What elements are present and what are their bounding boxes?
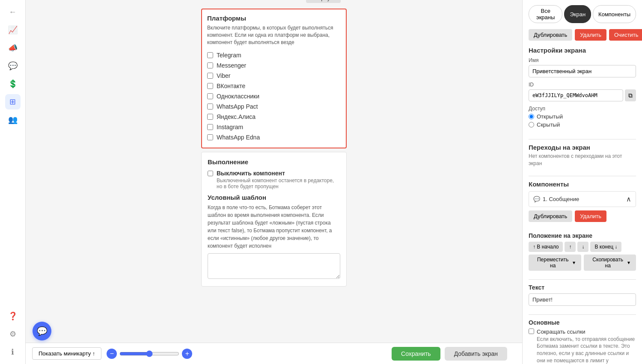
chevron-up-icon[interactable]: ∧	[626, 195, 631, 203]
pos-up-button[interactable]: ↑	[565, 242, 576, 252]
save-button[interactable]: Сохранить	[392, 347, 440, 361]
execution-title: Выполнение	[208, 158, 340, 166]
shorten-links-label: Сокращать ссылки	[537, 328, 636, 335]
platform-telegram-label: Telegram	[217, 52, 241, 59]
zoom-out-button[interactable]: −	[107, 349, 117, 359]
pos-down-button[interactable]: ↓	[577, 242, 588, 252]
delete-component-button[interactable]: Удалить	[575, 210, 606, 222]
megaphone-icon[interactable]: 📣	[5, 40, 21, 56]
platform-viber: Viber	[207, 71, 341, 81]
copy-chevron-icon: ▾	[627, 260, 630, 266]
bottom-actions: Сохранить Добавить экран	[392, 347, 516, 361]
clear-screen-button[interactable]: Очистить	[609, 29, 642, 41]
access-options: Открытый Скрытый	[529, 113, 636, 130]
move-to-label: Переместить на	[535, 257, 571, 269]
platform-odnoklassniki-checkbox[interactable]	[207, 93, 213, 99]
access-open: Открытый	[529, 113, 636, 120]
divider-2	[529, 176, 636, 176]
platform-telegram-checkbox[interactable]	[207, 52, 213, 58]
duplicate-screen-button[interactable]: Дублировать	[529, 29, 572, 41]
conditional-title: Условный шаблон	[208, 194, 340, 201]
disable-component-item: Выключить компонент Выключенный компонен…	[208, 170, 340, 189]
screen-name-input[interactable]	[529, 65, 636, 77]
id-label: ID	[529, 82, 636, 88]
add-screen-button[interactable]: Добавить экран	[445, 347, 507, 361]
transitions-desc: Нет компонентов с переходами на этот экр…	[529, 153, 636, 167]
move-to-button[interactable]: Переместить на ▾	[529, 255, 581, 271]
platform-odnoklassniki: Одноклассники	[207, 91, 341, 101]
zoom-slider[interactable]	[119, 350, 179, 357]
conditional-textarea[interactable]	[208, 253, 340, 279]
platform-instagram-checkbox[interactable]	[207, 124, 213, 130]
platform-yandex-alisa: Яндекс.Алиса	[207, 112, 341, 122]
chat-icon[interactable]: 💬	[5, 58, 21, 74]
position-buttons: ↑ В начало ↑ ↓ В конец ↓	[529, 242, 636, 252]
platform-vkontakte-checkbox[interactable]	[207, 83, 213, 89]
position-title: Положение на экране	[529, 232, 636, 239]
component-left: 💬 1. Сообщение	[533, 196, 579, 202]
tab-all-screens[interactable]: Все экраны	[529, 5, 562, 23]
main-content: Свернуть Платформы Включите платформы, в…	[26, 0, 522, 364]
settings-icon[interactable]: ⚙	[5, 326, 21, 342]
platform-messenger-label: Messenger	[217, 62, 246, 69]
platform-yandex-alisa-checkbox[interactable]	[207, 114, 213, 120]
platform-whatsapp-edna-checkbox[interactable]	[207, 134, 213, 140]
divider-1	[529, 139, 636, 139]
shorten-links-checkbox[interactable]	[529, 328, 534, 334]
disable-component-label: Выключить компонент	[217, 170, 285, 177]
canvas-area: Свернуть Платформы Включите платформы, в…	[26, 0, 522, 343]
component-item: 💬 1. Сообщение ∧	[529, 191, 636, 207]
access-hidden-radio[interactable]	[529, 122, 534, 127]
components-title: Компоненты	[529, 181, 636, 188]
pos-to-top-button[interactable]: ↑ В начало	[529, 242, 563, 252]
duplicate-component-button[interactable]: Дублировать	[529, 210, 572, 222]
platforms-description: Включите платформы, в которых будет выпо…	[207, 24, 341, 46]
screen-id-input[interactable]	[529, 89, 623, 101]
id-row: ⧉	[529, 89, 636, 101]
component-name: 1. Сообщение	[543, 196, 579, 202]
right-sidebar-tabs: Все экраны Экран Компоненты	[529, 5, 636, 23]
zoom-control: − +	[107, 349, 192, 359]
back-icon[interactable]: ←	[5, 4, 21, 20]
divider-4	[529, 314, 636, 315]
show-minimap-button[interactable]: Показать миникарту ↑	[32, 347, 101, 360]
tab-components[interactable]: Компоненты	[593, 5, 636, 23]
access-hidden-label: Скрытый	[537, 121, 560, 128]
copy-to-button[interactable]: Скопировать на ▾	[584, 255, 636, 271]
platform-messenger: Messenger	[207, 60, 341, 71]
users-icon[interactable]: 👥	[5, 112, 21, 127]
info-icon[interactable]: ℹ	[5, 344, 21, 360]
platform-viber-checkbox[interactable]	[207, 73, 213, 79]
transitions-title: Переходы на экран	[529, 144, 636, 151]
disable-component-checkbox[interactable]	[208, 171, 213, 176]
help-icon[interactable]: ❓	[5, 308, 21, 324]
chat-fab[interactable]: 💬	[33, 322, 51, 340]
collapse-button[interactable]: Свернуть	[306, 0, 341, 3]
shorten-links-desc: Если включить, то отправляя сообщение Бо…	[537, 336, 636, 364]
component-action-row: Дублировать Удалить	[529, 210, 636, 222]
platform-yandex-alisa-label: Яндекс.Алиса	[217, 113, 256, 120]
disable-component-desc: Выключенный компонент останется в редакт…	[217, 178, 340, 189]
shorten-links-item: Сокращать ссылки Если включить, то отпра…	[529, 328, 636, 364]
platform-instagram-label: Instagram	[217, 124, 243, 130]
access-open-radio[interactable]	[529, 114, 534, 119]
text-value: Привет!	[529, 293, 636, 306]
copy-id-button[interactable]: ⧉	[625, 89, 636, 101]
platform-whatsapp-edna: WhatsApp Edna	[207, 132, 341, 142]
grid-icon[interactable]: ⊞	[5, 94, 21, 109]
delete-screen-button[interactable]: Удалить	[575, 29, 606, 41]
bottom-bar: Показать миникарту ↑ − + Сохранить Добав…	[26, 343, 522, 364]
platform-whatsapp-pact-checkbox[interactable]	[207, 104, 213, 109]
platform-vkontakte: ВКонтакте	[207, 81, 341, 91]
zoom-in-button[interactable]: +	[182, 349, 192, 359]
move-chevron-icon: ▾	[573, 260, 575, 266]
pos-to-end-button[interactable]: В конец ↓	[590, 242, 621, 252]
analytics-icon[interactable]: 📈	[5, 22, 21, 38]
center-panel: Свернуть Платформы Включите платформы, в…	[201, 9, 347, 287]
platforms-box: Свернуть Платформы Включите платформы, в…	[201, 9, 347, 148]
tab-screen[interactable]: Экран	[564, 5, 591, 23]
dollar-icon[interactable]: 💲	[5, 76, 21, 92]
platform-messenger-checkbox[interactable]	[207, 62, 213, 68]
screen-settings-title: Настройки экрана	[529, 47, 636, 54]
message-icon: 💬	[533, 196, 540, 202]
